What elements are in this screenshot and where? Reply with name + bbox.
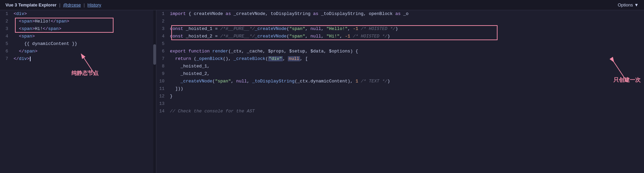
right-line-content-7: return (_openBlock(), _createBlock("div"… xyxy=(170,55,644,63)
right-line-14: 14 // Check the console for the AST xyxy=(156,108,644,115)
right-line-num-9: 9 xyxy=(156,70,170,78)
right-line-6: 6 export function render(_ctx, _cache, $… xyxy=(156,48,644,55)
right-line-content-9: _hoisted_2, xyxy=(170,70,644,78)
right-line-num-10: 10 xyxy=(156,78,170,85)
right-annotation: 只创建一次 xyxy=(613,77,641,84)
right-panel: 1 import { createVNode as _createVNode, … xyxy=(156,10,644,173)
line-content-4: <span> xyxy=(14,33,156,40)
right-line-content-1: import { createVNode as _createVNode, to… xyxy=(170,10,644,18)
line-num-5: 5 xyxy=(0,40,14,48)
right-line-num-3: 3 xyxy=(156,25,170,33)
right-line-content-10: _createVNode("span", null, _toDisplayStr… xyxy=(170,78,644,85)
right-line-num-5: 5 xyxy=(156,40,170,48)
the-text: the xyxy=(236,109,244,114)
right-line-content-6: export function render(_ctx, _cache, $pr… xyxy=(170,48,644,55)
left-panel: 1 <div> 2 <span>Hello!</span> 3 <span>Hi… xyxy=(0,10,156,173)
left-annotation: 纯静态节点 xyxy=(71,70,99,77)
right-line-4: 4 const _hoisted_2 = /*#__PURE__*/_creat… xyxy=(156,33,644,40)
header-separator: | xyxy=(59,2,60,7)
left-line-2: 2 <span>Hello!</span> xyxy=(0,18,156,25)
right-line-11: 11 ])) xyxy=(156,85,644,93)
line-num-3: 3 xyxy=(0,25,14,33)
left-line-4: 4 <span> xyxy=(0,33,156,40)
line-num-6: 6 xyxy=(0,48,14,55)
right-line-9: 9 _hoisted_2, xyxy=(156,70,644,78)
scrollbar-track-left[interactable] xyxy=(153,10,156,173)
scrollbar-thumb-left[interactable] xyxy=(153,44,156,65)
right-line-content-11: ])) xyxy=(170,85,644,93)
right-line-num-7: 7 xyxy=(156,55,170,63)
line-num-7: 7 xyxy=(0,55,14,63)
right-line-content-8: _hoisted_1, xyxy=(170,63,644,70)
main-content: 1 <div> 2 <span>Hello!</span> 3 <span>Hi… xyxy=(0,10,644,173)
right-line-5: 5 xyxy=(156,40,644,48)
right-line-content-3: const _hoisted_1 = /*#__PURE__*/_createV… xyxy=(170,25,644,33)
line-content-3: <span>Hi!</span> xyxy=(14,25,156,33)
header-link-history[interactable]: History xyxy=(87,2,101,7)
line-content-2: <span>Hello!</span> xyxy=(14,18,156,25)
right-line-7: 7 return (_openBlock(), _createBlock("di… xyxy=(156,55,644,63)
line-num-2: 2 xyxy=(0,18,14,25)
right-line-num-4: 4 xyxy=(156,33,170,40)
app-title: Vue 3 Template Explorer xyxy=(5,2,56,7)
header-options[interactable]: Options ▼ xyxy=(618,2,639,8)
right-line-2: 2 xyxy=(156,18,644,25)
header-separator2: | xyxy=(84,2,85,7)
right-line-3: 3 const _hoisted_1 = /*#__PURE__*/_creat… xyxy=(156,25,644,33)
header-left: Vue 3 Template Explorer | @drcese | Hist… xyxy=(5,2,101,7)
right-line-content-12: } xyxy=(170,93,644,100)
right-line-num-1: 1 xyxy=(156,10,170,18)
right-line-num-12: 12 xyxy=(156,93,170,100)
right-line-10: 10 _createVNode("span", null, _toDisplay… xyxy=(156,78,644,85)
left-line-3: 3 <span>Hi!</span> xyxy=(0,25,156,33)
right-line-13: 13 xyxy=(156,100,644,108)
right-line-num-11: 11 xyxy=(156,85,170,93)
left-line-1: 1 <div> xyxy=(0,10,156,18)
right-line-content-4: const _hoisted_2 = /*#__PURE__*/_createV… xyxy=(170,33,644,40)
right-line-8: 8 _hoisted_1, xyxy=(156,63,644,70)
line-num-1: 1 xyxy=(0,10,14,18)
right-line-12: 12 } xyxy=(156,93,644,100)
right-line-num-2: 2 xyxy=(156,18,170,25)
right-line-num-8: 8 xyxy=(156,63,170,70)
right-line-content-14: // Check the console for the AST xyxy=(170,108,644,115)
line-num-4: 4 xyxy=(0,33,14,40)
right-line-num-13: 13 xyxy=(156,100,170,108)
right-line-num-6: 6 xyxy=(156,48,170,55)
header-link-drcese[interactable]: @drcese xyxy=(63,2,81,7)
right-line-1: 1 import { createVNode as _createVNode, … xyxy=(156,10,644,18)
right-line-num-14: 14 xyxy=(156,108,170,115)
line-content-1: <div> xyxy=(14,10,156,18)
right-code: 1 import { createVNode as _createVNode, … xyxy=(156,10,644,115)
header: Vue 3 Template Explorer | @drcese | Hist… xyxy=(0,0,644,10)
